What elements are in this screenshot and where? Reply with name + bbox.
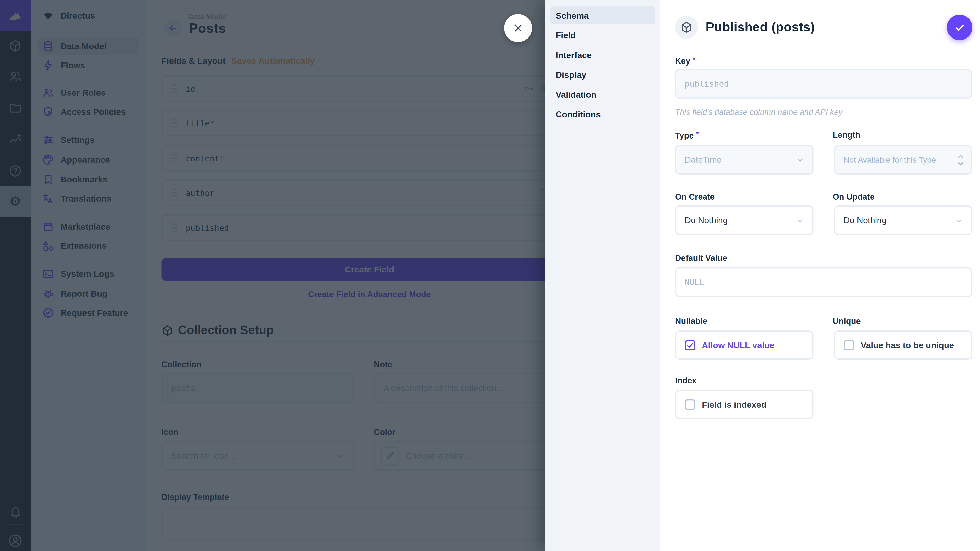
tab-display[interactable]: Display: [550, 66, 655, 84]
index-checkbox-row[interactable]: Field is indexed: [675, 390, 814, 419]
checkbox-unchecked-icon[interactable]: [843, 340, 854, 351]
key-input[interactable]: [675, 69, 972, 99]
key-input-field[interactable]: [685, 79, 963, 89]
key-label: Key *: [675, 56, 695, 66]
required-asterisk: *: [693, 56, 695, 63]
default-value-field[interactable]: [685, 278, 963, 287]
index-checkbox-label: Field is indexed: [702, 400, 767, 409]
nullable-checkbox-label: Allow NULL value: [702, 340, 774, 350]
on-update-select[interactable]: Do Nothing: [834, 205, 973, 235]
on-create-label: On Create: [675, 192, 714, 202]
save-button[interactable]: [947, 15, 972, 40]
on-update-value: Do Nothing: [843, 216, 886, 225]
unique-label: Unique: [833, 316, 861, 326]
tab-field[interactable]: Field: [550, 26, 655, 44]
on-create-value: Do Nothing: [685, 216, 728, 225]
nullable-checkbox-row[interactable]: Allow NULL value: [675, 330, 814, 360]
drawer-overlay[interactable]: [0, 0, 545, 551]
type-label: Type *: [675, 130, 699, 140]
on-update-label: On Update: [833, 192, 875, 202]
tab-validation[interactable]: Validation: [550, 86, 655, 103]
drawer-tab-list: Schema Field Interface Display Validatio…: [545, 0, 660, 551]
drawer-close-button[interactable]: [504, 14, 532, 42]
chevron-down-icon: [795, 215, 805, 225]
checkbox-checked-icon[interactable]: [685, 340, 696, 351]
drawer-panel: Published (posts) Key * This field's dat…: [660, 0, 980, 551]
check-icon: [953, 21, 966, 34]
directus-app: Data Model Posts Fields & LayoutSaves Au…: [0, 0, 980, 551]
required-asterisk: *: [696, 130, 699, 138]
on-create-select[interactable]: Do Nothing: [675, 205, 814, 235]
chevron-down-icon: [795, 155, 805, 165]
field-edit-drawer: Schema Field Interface Display Validatio…: [545, 0, 980, 551]
tab-schema[interactable]: Schema: [550, 6, 655, 24]
tab-conditions[interactable]: Conditions: [550, 105, 655, 123]
nullable-label: Nullable: [675, 316, 707, 326]
length-input[interactable]: [834, 145, 973, 175]
drawer-title: Published (posts): [706, 20, 815, 35]
checkbox-unchecked-icon[interactable]: [685, 399, 696, 410]
close-icon: [512, 22, 525, 35]
type-select-value[interactable]: [685, 155, 804, 165]
length-input-field[interactable]: [843, 156, 953, 164]
tab-interface[interactable]: Interface: [550, 46, 655, 64]
type-select[interactable]: [675, 145, 814, 175]
unique-checkbox-row[interactable]: Value has to be unique: [834, 330, 973, 360]
field-type-icon-circle: [675, 16, 698, 39]
stepper-icon[interactable]: [956, 153, 966, 167]
default-value-label: Default Value: [675, 253, 727, 263]
key-helper-note: This field's database column name and AP…: [675, 108, 842, 117]
index-label: Index: [675, 376, 697, 386]
unique-checkbox-label: Value has to be unique: [861, 340, 954, 350]
default-value-input[interactable]: [675, 267, 972, 297]
box-icon: [680, 21, 693, 34]
chevron-down-icon: [954, 215, 964, 225]
length-label: Length: [833, 130, 860, 140]
